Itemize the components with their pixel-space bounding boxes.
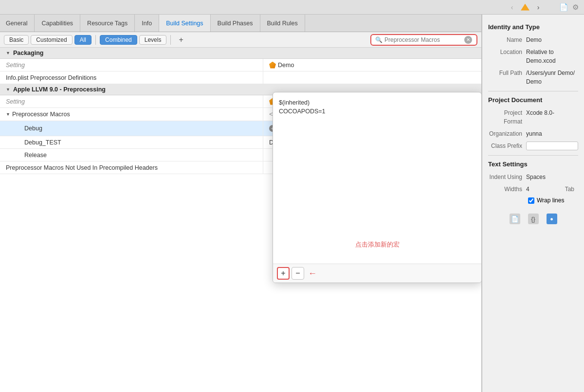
packaging-section-header[interactable]: ▼ Packaging [0, 48, 481, 59]
popup-footer: + − ← [273, 264, 481, 283]
settings-icon[interactable]: ⚙ [571, 3, 579, 11]
indent-label: Indent Using [488, 173, 526, 181]
tab-resource-tags[interactable]: Resource Tags [80, 15, 135, 32]
location-row: Location Relative to Demo.xcod [488, 48, 578, 65]
release-label: Release [0, 149, 263, 161]
toolbar-separator [95, 35, 96, 45]
wrap-label: Wrap lines [537, 197, 564, 204]
divider1 [488, 91, 578, 91]
format-row: Project Format Xcode 8.0- [488, 108, 578, 126]
popup-dropdown: $(inherited) COCOAPODS=1 点击添加新的宏 + − ← [273, 92, 481, 283]
setting-row-infoplist: Info.plist Preprocessor Definitions [0, 71, 481, 84]
setting-row-packaging-setting: Setting Demo [0, 59, 481, 71]
location-label: Location [488, 48, 526, 56]
project-title: Project Document [488, 96, 578, 104]
widths-value: 4 [526, 185, 540, 194]
levels-button[interactable]: Levels [139, 35, 167, 45]
add-setting-button[interactable]: + [175, 35, 187, 45]
right-panel: Identity and Type Name Demo Location Rel… [482, 15, 584, 392]
location-value: Relative to Demo.xcod [526, 48, 578, 65]
llvm-label: Apple LLVM 9.0 - Preprocessing [13, 86, 106, 93]
widths-row: Widths 4 Tab [488, 185, 578, 194]
popup-spacer [273, 249, 481, 264]
popup-container: Debug + DEBUG=1 COCOAPODS=1 Debug_TEST D… [0, 121, 481, 174]
llvm-setting-label: Setting [0, 95, 263, 107]
infoplist-label: Info.plist Preprocessor Definitions [0, 71, 263, 84]
tab-info[interactable]: Info [135, 15, 159, 32]
debug-test-label: Debug_TEST [0, 136, 263, 148]
search-clear-button[interactable]: ✕ [464, 36, 472, 44]
main-area: General Capabilities Resource Tags Info … [0, 15, 584, 392]
divider2 [488, 155, 578, 156]
combined-button[interactable]: Combined [100, 35, 137, 45]
customized-button[interactable]: Customized [31, 35, 72, 45]
warning-icon [521, 4, 529, 11]
content-area: ▼ Packaging Setting Demo Info.plist Prep… [0, 48, 481, 392]
annotation-addmacro: 点击添加新的宏 [273, 238, 481, 249]
fullpath-value: /Users/yunr Demo/Demo [526, 69, 578, 86]
top-bar: ‹ › 📄 ⚙ [0, 0, 584, 15]
org-row: Organization yunna [488, 129, 578, 138]
pm-triangle: ▼ [6, 112, 10, 117]
tab-build-phases[interactable]: Build Phases [211, 15, 260, 32]
debug-label: Debug [0, 121, 263, 136]
popup-arrow-icon: ← [308, 268, 317, 279]
indent-row: Indent Using Spaces [488, 173, 578, 181]
code-bottom-icon[interactable]: {} [528, 214, 539, 224]
popup-remove-button[interactable]: − [292, 267, 304, 280]
indent-value: Spaces [526, 173, 578, 181]
nav-next-icon[interactable]: › [534, 3, 542, 11]
org-label: Organization [488, 129, 526, 138]
llvm-triangle: ▼ [6, 87, 10, 92]
classprefix-row: Class Prefix [488, 142, 578, 150]
tab-build-rules[interactable]: Build Rules [260, 15, 305, 32]
packaging-setting-value: Demo [263, 59, 481, 71]
popup-line2: COCOAPODS=1 [279, 107, 475, 116]
tab-build-settings[interactable]: Build Settings [159, 15, 210, 32]
tab-label: Tab [540, 185, 578, 194]
tab-bar: General Capabilities Resource Tags Info … [0, 15, 481, 32]
fullpath-label: Full Path [488, 69, 526, 77]
project-icon [269, 62, 276, 69]
packaging-project-name: Demo [278, 62, 294, 69]
tab-capabilities[interactable]: Capabilities [35, 15, 80, 32]
infoplist-value [263, 71, 481, 84]
identity-title: Identity and Type [488, 23, 578, 31]
classprefix-input[interactable] [526, 142, 578, 150]
name-value: Demo [526, 36, 578, 44]
right-bottom-icons: 📄 {} ● [488, 214, 578, 224]
fullpath-row: Full Path /Users/yunr Demo/Demo [488, 69, 578, 86]
not-used-label: Preprocessor Macros Not Used In Precompi… [0, 161, 263, 174]
name-label: Name [488, 36, 526, 44]
toolbar-row: Basic Customized All Combined Levels + 🔍… [0, 32, 481, 48]
popup-content: $(inherited) COCOAPODS=1 [273, 92, 481, 238]
org-value: yunna [526, 129, 578, 138]
search-box: 🔍 ✕ [370, 34, 477, 46]
doc-icon[interactable]: 📄 [560, 3, 567, 11]
wrap-row: Wrap lines [528, 197, 578, 204]
search-icon: 🔍 [375, 36, 383, 43]
packaging-label: Packaging [13, 50, 44, 56]
tab-general[interactable]: General [2, 15, 35, 32]
circle-bottom-icon[interactable]: ● [547, 214, 557, 224]
name-row: Name Demo [488, 36, 578, 44]
nav-prev-icon[interactable]: ‹ [508, 3, 516, 11]
top-bar-icons: ‹ › 📄 ⚙ [508, 3, 579, 11]
packaging-setting-label: Setting [0, 59, 263, 71]
left-panel: General Capabilities Resource Tags Info … [0, 15, 482, 392]
settings-table: ▼ Packaging Setting Demo Info.plist Prep… [0, 48, 481, 174]
classprefix-label: Class Prefix [488, 142, 526, 150]
basic-button[interactable]: Basic [4, 35, 29, 45]
search-input[interactable] [384, 36, 462, 43]
format-value: Xcode 8.0- [526, 108, 578, 117]
xcodeproj-text: Demo.xcod [526, 56, 578, 65]
text-title: Text Settings [488, 160, 578, 168]
location-text: Relative to [526, 48, 578, 56]
all-button[interactable]: All [74, 35, 91, 45]
wrap-checkbox[interactable] [528, 197, 534, 204]
format-label: Project Format [488, 108, 526, 126]
widths-label: Widths [488, 185, 526, 194]
doc-bottom-icon[interactable]: 📄 [510, 214, 520, 224]
popup-add-button[interactable]: + [277, 267, 290, 280]
packaging-triangle: ▼ [6, 51, 10, 55]
